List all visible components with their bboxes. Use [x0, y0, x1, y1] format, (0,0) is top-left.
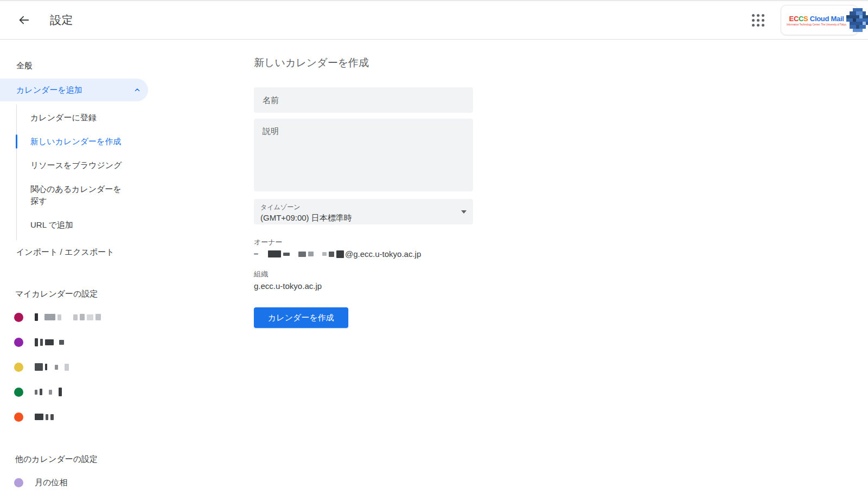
- google-apps-icon[interactable]: [747, 9, 769, 31]
- redacted-owner-name: [254, 250, 344, 258]
- owner-email-domain: @g.ecc.u-tokyo.ac.jp: [345, 249, 421, 259]
- timezone-value: (GMT+09:00) 日本標準時: [260, 213, 465, 223]
- calendar-color-dot: [14, 478, 23, 487]
- calendar-color-dot: [14, 313, 23, 322]
- header: 設定 ECCS Cloud Mail Information Technolog…: [0, 0, 868, 40]
- owner-label: オーナー: [254, 237, 868, 247]
- my-calendar-row[interactable]: [0, 305, 254, 330]
- organization-block: 組織 g.ecc.u-tokyo.ac.jp: [254, 269, 868, 291]
- eccs-logo: ECCS Cloud Mail Information Technology C…: [787, 15, 846, 26]
- calendar-name: 月の位相: [35, 478, 67, 488]
- panel-title: 新しいカレンダーを作成: [254, 56, 868, 70]
- add-calendar-label: カレンダーを追加: [16, 85, 82, 95]
- sidebar-item-import-export[interactable]: インポート / エクスポート: [0, 240, 254, 264]
- redacted-calendar-name: [35, 338, 64, 346]
- sidebar-item-add-calendar[interactable]: カレンダーを追加: [0, 79, 148, 101]
- calendar-color-dot: [14, 363, 23, 372]
- page-title: 設定: [50, 12, 73, 28]
- timezone-select[interactable]: タイムゾーン (GMT+09:00) 日本標準時: [254, 199, 473, 224]
- account-logo-card[interactable]: ECCS Cloud Mail Information Technology C…: [781, 5, 858, 35]
- redacted-calendar-name: [35, 414, 54, 420]
- sidebar-item-from-url[interactable]: URL で追加: [17, 213, 128, 237]
- arrow-left-icon: [18, 14, 30, 26]
- eccs-logo-subtitle: Information Technology Center, The Unive…: [787, 23, 846, 26]
- sidebar-item-create-calendar[interactable]: 新しいカレンダーを作成: [17, 130, 128, 153]
- dropdown-caret-icon: [461, 210, 467, 214]
- back-button[interactable]: [13, 9, 35, 31]
- owner-block: オーナー @g.ecc.u-tokyo.ac.jp: [254, 237, 868, 259]
- sidebar-item-subscribe-calendar[interactable]: カレンダーに登録: [17, 106, 128, 130]
- settings-sidebar: 全般 カレンダーを追加 カレンダーに登録 新しいカレンダーを作成 リソースをブラ…: [0, 40, 254, 495]
- my-calendar-row[interactable]: [0, 355, 254, 379]
- calendar-name-input[interactable]: [254, 87, 473, 113]
- my-calendar-row[interactable]: [0, 404, 254, 429]
- my-calendar-row[interactable]: [0, 379, 254, 404]
- calendar-description-input[interactable]: [254, 119, 473, 191]
- other-calendars-heading: 他のカレンダーの設定: [0, 441, 254, 470]
- profile-avatar[interactable]: [846, 8, 868, 32]
- add-calendar-submenu: カレンダーに登録 新しいカレンダーを作成 リソースをブラウジング 関心のあるカレ…: [16, 105, 254, 240]
- my-calendars-heading: マイカレンダーの設定: [0, 276, 254, 305]
- calendar-color-dot: [14, 413, 23, 422]
- organization-value: g.ecc.u-tokyo.ac.jp: [254, 281, 868, 291]
- sidebar-item-general[interactable]: 全般: [0, 54, 254, 78]
- other-calendar-row-moon-phases[interactable]: 月の位相: [0, 470, 254, 495]
- calendar-color-dot: [14, 338, 23, 347]
- timezone-label: タイムゾーン: [260, 203, 465, 212]
- create-calendar-panel: 新しいカレンダーを作成 タイムゾーン (GMT+09:00) 日本標準時 オーナ…: [254, 40, 868, 495]
- chevron-up-icon: [134, 87, 141, 93]
- organization-label: 組織: [254, 269, 868, 279]
- create-calendar-button[interactable]: カレンダーを作成: [254, 307, 348, 328]
- my-calendar-row[interactable]: [0, 330, 254, 355]
- redacted-calendar-name: [35, 388, 62, 396]
- redacted-calendar-name: [35, 313, 101, 321]
- sidebar-item-browse-resources[interactable]: リソースをブラウジング: [17, 153, 128, 177]
- calendar-color-dot: [14, 388, 23, 397]
- eccs-logo-title: ECCS Cloud Mail: [787, 15, 846, 23]
- redacted-calendar-name: [35, 363, 69, 371]
- sidebar-item-browse-interesting[interactable]: 関心のあるカレンダーを探す: [17, 177, 128, 213]
